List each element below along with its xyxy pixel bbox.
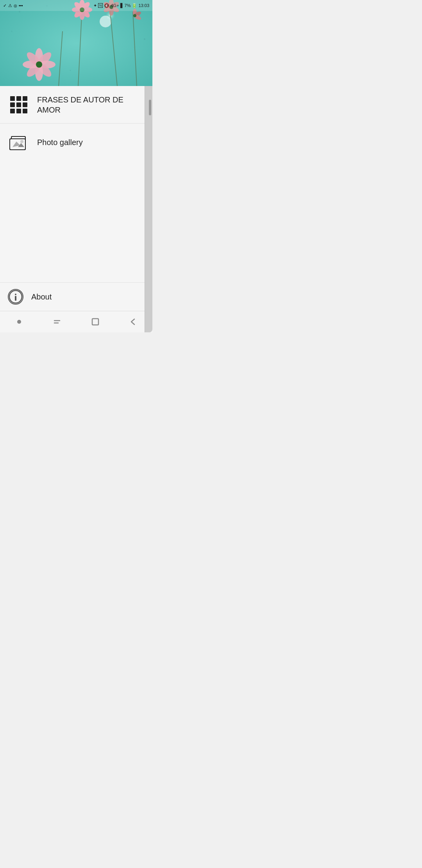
svg-point-56 (20, 140, 23, 143)
svg-point-40 (70, 70, 71, 71)
signal-icon: ▋ (120, 3, 123, 8)
scrollbar[interactable] (149, 100, 151, 115)
svg-rect-49 (23, 109, 27, 113)
back-button[interactable] (125, 314, 141, 330)
svg-rect-41 (10, 96, 15, 101)
nav-bar (0, 311, 152, 332)
status-bar: ✓ ⚠ ◎ ••• ✦ N 🔇 4G+ ▋ 7% 🔋 13:03 (0, 0, 152, 11)
svg-rect-48 (16, 109, 21, 113)
svg-rect-63 (92, 319, 98, 325)
svg-rect-44 (10, 102, 15, 107)
battery-icon: 🔋 (132, 3, 137, 8)
alert-icon: ⚠ (8, 3, 12, 8)
frases-menu-item[interactable]: FRASES DE AUTOR DE AMOR (0, 86, 152, 123)
main-content: FRASES DE AUTOR DE AMOR Photo gallery (0, 86, 152, 301)
hero-illustration (0, 0, 152, 86)
svg-rect-42 (16, 96, 21, 101)
hero-image (0, 0, 152, 86)
dot-nav-button[interactable] (11, 314, 27, 330)
svg-point-39 (11, 31, 13, 32)
svg-point-36 (19, 11, 20, 13)
status-right-icons: ✦ N 🔇 4G+ ▋ 7% 🔋 13:03 (93, 3, 149, 8)
svg-point-35 (133, 14, 136, 17)
status-left-icons: ✓ ⚠ ◎ ••• (3, 3, 23, 8)
more-icon: ••• (19, 4, 23, 8)
svg-rect-45 (16, 102, 21, 107)
mute-icon: 🔇 (104, 3, 109, 8)
info-icon (8, 289, 23, 305)
bluetooth-icon: ✦ (93, 3, 97, 8)
network-icon: 4G+ (111, 3, 119, 8)
battery-percent: 7% (125, 3, 131, 8)
checkmark-icon: ✓ (3, 3, 7, 8)
svg-point-58 (15, 294, 16, 295)
svg-point-60 (17, 320, 21, 324)
photo-gallery-label: Photo gallery (37, 137, 83, 147)
nfc-icon: N (98, 3, 103, 8)
instagram-icon: ◎ (14, 4, 17, 8)
clock: 13:03 (138, 3, 149, 8)
svg-rect-59 (15, 296, 16, 301)
about-label: About (31, 292, 52, 301)
svg-rect-46 (23, 102, 27, 107)
svg-rect-43 (23, 96, 27, 101)
photo-gallery-icon (8, 131, 29, 153)
recent-apps-button[interactable] (49, 314, 65, 330)
frases-label: FRASES DE AUTOR DE AMOR (37, 95, 145, 115)
photo-gallery-menu-item[interactable]: Photo gallery (0, 124, 152, 161)
svg-point-38 (144, 38, 145, 40)
about-section[interactable]: About (0, 282, 152, 311)
grid-icon (8, 94, 29, 115)
svg-point-24 (36, 61, 42, 68)
svg-rect-47 (10, 109, 15, 113)
home-button[interactable] (88, 314, 103, 330)
svg-point-2 (100, 16, 111, 27)
